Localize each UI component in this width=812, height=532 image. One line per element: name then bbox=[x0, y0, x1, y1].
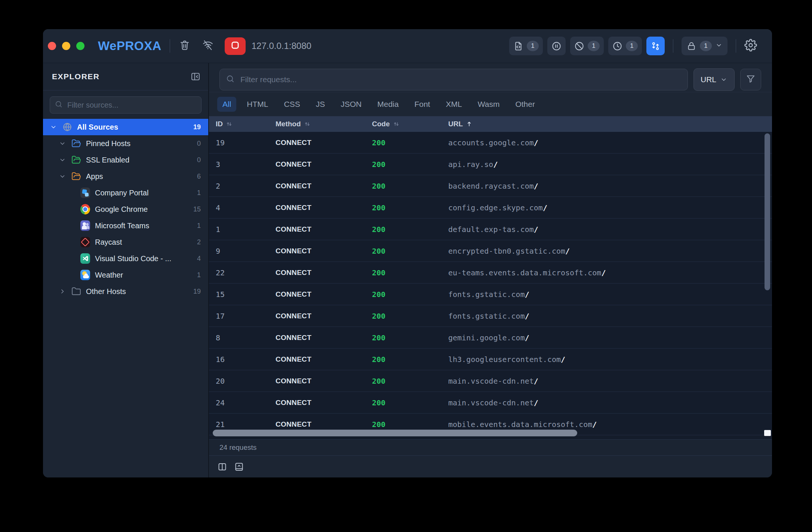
cell-method: CONNECT bbox=[276, 334, 372, 342]
cell-id: 20 bbox=[216, 377, 276, 386]
sidebar-item-raycast[interactable]: Raycast2 bbox=[43, 234, 208, 250]
folder-orange-icon bbox=[71, 171, 81, 181]
cell-id: 4 bbox=[216, 203, 276, 212]
sidebar-item-other-hosts[interactable]: Other Hosts19 bbox=[43, 283, 208, 300]
table-row[interactable]: 2CONNECT200backend.raycast.com/ bbox=[209, 175, 772, 197]
sidebar-item-apps[interactable]: Apps6 bbox=[43, 168, 208, 185]
titlebar: WePROXA 127.0.0.1:8080 111 1 bbox=[43, 29, 772, 63]
ssl-proxying-button[interactable]: 1 bbox=[682, 37, 728, 55]
sidebar-item-count: 1 bbox=[197, 222, 201, 230]
gear-icon bbox=[744, 39, 757, 53]
table-row[interactable]: 9CONNECT200encrypted-tbn0.gstatic.com/ bbox=[209, 240, 772, 262]
search-icon bbox=[55, 100, 63, 110]
tab-xml[interactable]: XML bbox=[440, 97, 467, 112]
settings-button[interactable] bbox=[744, 39, 757, 53]
search-column-dropdown[interactable]: URL bbox=[693, 68, 735, 91]
requests-panel: URL AllHTMLCSSJSJSONMediaFontXMLWasmOthe… bbox=[209, 63, 772, 477]
cell-url: fonts.gstatic.com/ bbox=[448, 290, 772, 299]
tab-css[interactable]: CSS bbox=[279, 97, 305, 112]
sidebar-item-visual-studio-code[interactable]: Visual Studio Code - ...4 bbox=[43, 250, 208, 267]
cell-id: 2 bbox=[216, 182, 276, 191]
chevron-down-icon bbox=[59, 156, 71, 164]
tab-all[interactable]: All bbox=[217, 97, 236, 112]
tab-wasm[interactable]: Wasm bbox=[473, 97, 505, 112]
table-row[interactable]: 20CONNECT200main.vscode-cdn.net/ bbox=[209, 370, 772, 392]
pause-button[interactable] bbox=[547, 37, 566, 55]
sidebar-item-ssl-enabled[interactable]: SSL Enabled0 bbox=[43, 152, 208, 168]
horizontal-scrollbar[interactable] bbox=[213, 430, 577, 436]
cell-code: 200 bbox=[372, 138, 448, 147]
vertical-scrollbar[interactable] bbox=[765, 133, 770, 290]
throttle-button[interactable]: 1 bbox=[608, 37, 642, 55]
sidebar-item-label: Pinned Hosts bbox=[86, 139, 197, 148]
table-row[interactable]: 8CONNECT200gemini.google.com/ bbox=[209, 327, 772, 349]
clear-requests-button[interactable] bbox=[178, 40, 191, 52]
proxy-address: 127.0.0.1:8080 bbox=[252, 41, 311, 51]
table-row[interactable]: 19CONNECT200accounts.google.com/ bbox=[209, 132, 772, 154]
table-row[interactable]: 22CONNECT200eu-teams.events.data.microso… bbox=[209, 262, 772, 284]
stop-capture-button[interactable] bbox=[225, 37, 246, 55]
split-view-button[interactable] bbox=[217, 462, 227, 472]
cell-code: 200 bbox=[372, 268, 448, 277]
advanced-filter-button[interactable] bbox=[740, 69, 761, 90]
column-header-method[interactable]: Method bbox=[276, 120, 372, 128]
tab-media[interactable]: Media bbox=[372, 97, 404, 112]
sidebar-item-company-portal[interactable]: Company Portal1 bbox=[43, 185, 208, 201]
sidebar-item-count: 0 bbox=[197, 156, 201, 164]
sort-icon bbox=[226, 121, 233, 127]
cell-method: CONNECT bbox=[276, 139, 372, 147]
scripts-button[interactable]: 1 bbox=[509, 37, 543, 55]
close-button[interactable] bbox=[48, 42, 56, 50]
table-row[interactable]: 4CONNECT200config.edge.skype.com/ bbox=[209, 197, 772, 219]
tab-json[interactable]: JSON bbox=[335, 97, 367, 112]
table-row[interactable]: 3CONNECT200api.ray.so/ bbox=[209, 154, 772, 175]
column-label: Method bbox=[276, 120, 301, 128]
column-header-id[interactable]: ID bbox=[216, 120, 276, 128]
sidebar-item-count: 15 bbox=[193, 205, 201, 213]
table-row[interactable]: 1CONNECT200default.exp-tas.com/ bbox=[209, 219, 772, 240]
filter-requests-input[interactable] bbox=[240, 75, 682, 84]
cell-code: 200 bbox=[372, 377, 448, 386]
sidebar-item-microsoft-teams[interactable]: Microsoft Teams1 bbox=[43, 217, 208, 234]
tab-font[interactable]: Font bbox=[409, 97, 435, 112]
tab-html[interactable]: HTML bbox=[242, 97, 273, 112]
table-row[interactable]: 15CONNECT200fonts.gstatic.com/ bbox=[209, 284, 772, 305]
cell-url: encrypted-tbn0.gstatic.com/ bbox=[448, 247, 772, 256]
divider bbox=[736, 39, 736, 53]
zoom-button[interactable] bbox=[76, 42, 84, 50]
file-code-icon bbox=[513, 41, 523, 51]
filter-sources-input[interactable] bbox=[67, 100, 197, 110]
cell-code: 200 bbox=[372, 355, 448, 364]
detail-panel-button[interactable] bbox=[234, 462, 244, 472]
cell-method: CONNECT bbox=[276, 247, 372, 255]
rewrite-button[interactable] bbox=[646, 37, 665, 55]
sort-icon bbox=[304, 121, 311, 127]
column-header-url[interactable]: URL bbox=[448, 120, 772, 128]
sidebar-item-pinned-hosts[interactable]: Pinned Hosts0 bbox=[43, 135, 208, 152]
cell-code: 200 bbox=[372, 182, 448, 191]
block-button[interactable]: 1 bbox=[570, 37, 604, 55]
count-badge: 1 bbox=[626, 41, 638, 51]
app-vscode-icon bbox=[80, 254, 90, 263]
table-row[interactable]: 17CONNECT200fonts.gstatic.com/ bbox=[209, 305, 772, 327]
table-row[interactable]: 24CONNECT200main.vscode-cdn.net/ bbox=[209, 392, 772, 414]
column-header-code[interactable]: Code bbox=[372, 120, 448, 128]
offline-mode-button[interactable] bbox=[202, 40, 214, 52]
sidebar-item-label: Google Chrome bbox=[95, 205, 193, 214]
cell-code: 200 bbox=[372, 290, 448, 299]
table-row[interactable]: 16CONNECT200lh3.googleusercontent.com/ bbox=[209, 349, 772, 370]
tab-other[interactable]: Other bbox=[510, 97, 540, 112]
sidebar-item-weather[interactable]: Weather1 bbox=[43, 267, 208, 283]
cell-code: 200 bbox=[372, 225, 448, 234]
explorer-sidebar: EXPLORER All Sources19Pinned Hosts0SSL E… bbox=[43, 63, 209, 477]
collapse-sidebar-button[interactable] bbox=[190, 71, 201, 82]
tab-js[interactable]: JS bbox=[311, 97, 330, 112]
cell-method: CONNECT bbox=[276, 399, 372, 407]
cell-url: api.ray.so/ bbox=[448, 160, 772, 169]
ssl-count-badge: 1 bbox=[700, 41, 712, 51]
cell-method: CONNECT bbox=[276, 225, 372, 233]
minimize-button[interactable] bbox=[62, 42, 70, 50]
search-icon bbox=[226, 74, 235, 85]
sidebar-item-google-chrome[interactable]: Google Chrome15 bbox=[43, 201, 208, 217]
sidebar-item-all-sources[interactable]: All Sources19 bbox=[43, 119, 208, 135]
